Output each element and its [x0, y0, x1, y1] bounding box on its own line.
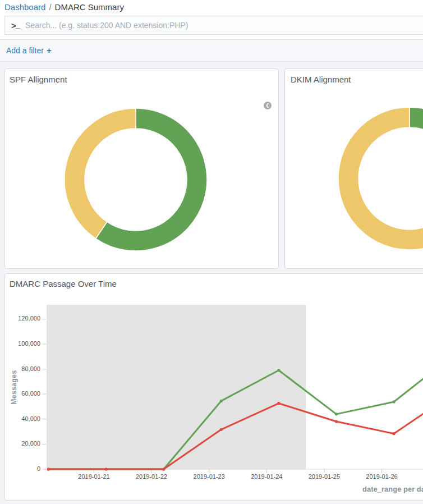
- y-tick-label: 80,000: [0, 365, 40, 372]
- x-tick-label: 2019-01-22: [126, 473, 177, 480]
- legend-collapse-button[interactable]: ❮: [264, 102, 272, 109]
- donut-slice-yellow[interactable]: [338, 107, 423, 250]
- dashboard-page: Dashboard/DMARC Summary >_ Add a filter+…: [0, 0, 423, 504]
- y-tick-label: 100,000: [0, 340, 40, 347]
- data-point-red[interactable]: [47, 468, 50, 470]
- y-tick-label: 40,000: [0, 415, 40, 422]
- x-tick-label: 2019-01-21: [68, 473, 120, 480]
- data-point-green[interactable]: [277, 369, 280, 372]
- data-point-red[interactable]: [162, 468, 165, 470]
- data-point-red[interactable]: [277, 402, 280, 405]
- breadcrumb-separator: /: [45, 2, 54, 12]
- x-axis-title: date_range per day: [362, 485, 423, 493]
- breadcrumb-current-page: DMARC Summary: [55, 2, 124, 12]
- search-box[interactable]: >_: [4, 16, 423, 35]
- y-tick-label: 20,000: [0, 440, 40, 447]
- y-tick-label: 60,000: [0, 390, 40, 397]
- x-tick-label: 2019-01-25: [298, 473, 350, 480]
- y-tick-label: 0: [0, 465, 40, 472]
- data-point-red[interactable]: [220, 428, 223, 431]
- donut-slice-green[interactable]: [410, 107, 423, 149]
- data-point-red[interactable]: [392, 432, 395, 435]
- breadcrumb-dashboard-link[interactable]: Dashboard: [4, 2, 45, 12]
- dkim-donut-chart[interactable]: [331, 100, 423, 257]
- y-tick-label: 120,000: [0, 315, 40, 322]
- terminal-prompt-icon: >_: [5, 21, 25, 30]
- donut-slice-yellow[interactable]: [65, 108, 136, 239]
- add-filter-button[interactable]: Add a filter+: [6, 45, 52, 55]
- dmarc-line-chart[interactable]: [35, 305, 423, 473]
- data-point-red[interactable]: [104, 468, 107, 470]
- y-axis-title: Messages: [10, 370, 18, 404]
- x-tick-label: 2019-01-23: [183, 473, 235, 480]
- panel-title-dkim: DKIM Alignment: [291, 75, 351, 84]
- x-tick-label: 2019-01-24: [241, 473, 292, 480]
- data-point-green[interactable]: [335, 413, 338, 415]
- data-point-red[interactable]: [335, 420, 338, 423]
- breadcrumb: Dashboard/DMARC Summary: [4, 2, 124, 12]
- x-tick-label: 2019-01-26: [356, 473, 408, 480]
- shaded-time-region: [47, 305, 306, 469]
- chevron-left-icon: ❮: [265, 102, 269, 109]
- panel-title-spf: SPF Allignment: [10, 75, 67, 84]
- query-bar-section: Dashboard/DMARC Summary >_: [0, 0, 423, 39]
- add-filter-plus-icon: +: [44, 45, 52, 55]
- data-point-green[interactable]: [220, 400, 223, 402]
- panel-title-dmarc: DMARC Passage Over Time: [10, 279, 117, 288]
- data-point-green[interactable]: [392, 400, 395, 403]
- search-input[interactable]: [25, 16, 423, 34]
- spf-donut-chart[interactable]: [57, 101, 214, 258]
- filter-bar: Add a filter+: [0, 39, 423, 62]
